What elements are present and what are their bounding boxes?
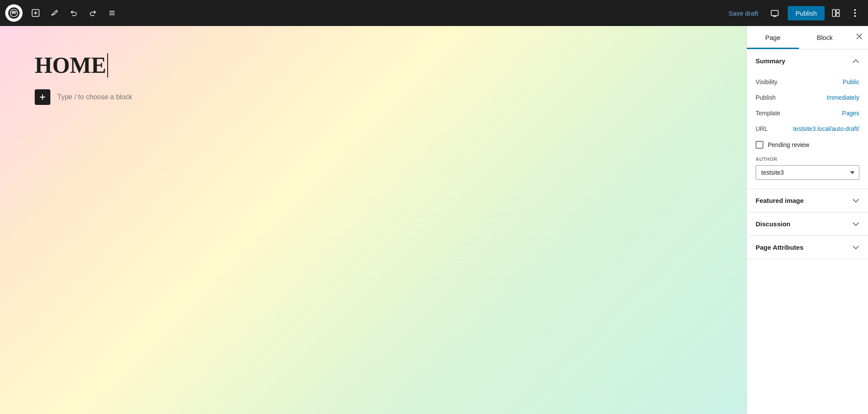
summary-toggle-icon [852,56,859,65]
template-value[interactable]: Pages [842,110,859,117]
url-value[interactable]: testsite3.local/auto-draft/ [793,125,859,132]
url-label: URL [756,125,768,132]
publish-value[interactable]: Immediately [827,94,859,101]
svg-rect-10 [832,10,835,16]
discussion-title: Discussion [756,220,790,228]
svg-rect-7 [771,10,778,16]
author-section: AUTHOR testsite3 [756,153,859,180]
wp-logo[interactable] [5,4,23,22]
cursor [107,53,108,78]
editor-area[interactable]: HOME Type / to choose a block [0,26,746,414]
undo-button[interactable] [66,5,82,21]
add-block-inline-button[interactable] [35,89,50,105]
visibility-label: Visibility [756,78,777,85]
layout-button[interactable] [828,5,844,21]
page-attributes-toggle-icon [852,243,859,252]
preview-button[interactable] [767,5,783,21]
svg-point-13 [854,9,856,11]
author-select[interactable]: testsite3 [756,165,859,180]
svg-point-15 [854,15,856,17]
edit-icon-button[interactable] [47,5,62,21]
pending-review-label: Pending review [768,141,809,148]
summary-content: Visibility Public Publish Immediately Te… [747,72,868,189]
placeholder-text: Type / to choose a block [57,93,132,101]
visibility-row: Visibility Public [756,74,859,90]
tab-page[interactable]: Page [747,26,799,49]
page-title-text: HOME [35,52,106,79]
discussion-toggle-icon [852,219,859,228]
pending-review-row: Pending review [756,137,859,153]
redo-button[interactable] [85,5,101,21]
svg-rect-12 [836,13,839,16]
summary-title: Summary [756,57,785,65]
save-draft-button[interactable]: Save draft [723,7,763,20]
main-layout: HOME Type / to choose a block Page Block [0,26,868,414]
wp-logo-inner [8,7,20,19]
author-label: AUTHOR [756,156,859,162]
publish-button[interactable]: Publish [788,6,825,20]
page-attributes-title: Page Attributes [756,244,803,251]
more-options-button[interactable] [847,5,863,21]
toolbar: Save draft Publish [0,0,868,26]
discussion-section[interactable]: Discussion [747,212,868,236]
url-row: URL testsite3.local/auto-draft/ [756,121,859,137]
block-placeholder: Type / to choose a block [35,89,712,105]
sidebar-tabs: Page Block [747,26,868,49]
visibility-value[interactable]: Public [843,78,859,85]
page-attributes-section[interactable]: Page Attributes [747,236,868,259]
publish-label: Publish [756,94,776,101]
page-title[interactable]: HOME [35,52,712,79]
summary-section-header[interactable]: Summary [747,49,868,72]
template-row: Template Pages [756,105,859,121]
add-block-button[interactable] [28,5,43,21]
pending-review-checkbox[interactable] [756,141,763,149]
svg-point-14 [854,12,856,14]
tab-block[interactable]: Block [799,26,851,49]
featured-image-section[interactable]: Featured image [747,189,868,212]
featured-image-title: Featured image [756,197,804,204]
summary-section: Summary Visibility Public Publish Immedi… [747,49,868,189]
sidebar: Page Block Summary Vis [746,26,868,414]
svg-rect-11 [836,10,839,13]
sidebar-close-button[interactable] [851,26,868,49]
featured-image-toggle-icon [852,196,859,205]
template-label: Template [756,110,780,117]
publish-row: Publish Immediately [756,90,859,105]
list-view-button[interactable] [104,5,120,21]
